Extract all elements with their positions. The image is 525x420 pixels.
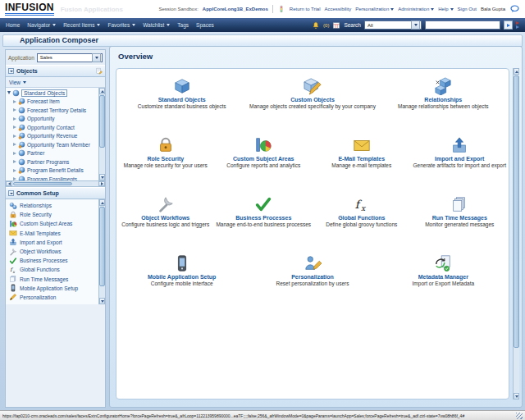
view-menu-button[interactable]: View (9, 80, 26, 85)
expand-arrow-icon[interactable] (13, 169, 16, 172)
nav-favorites[interactable]: Favorites (107, 22, 135, 28)
tile-link[interactable]: Global Functions (338, 215, 385, 221)
search-input[interactable] (425, 21, 500, 30)
tree-item[interactable]: Opportunity (6, 115, 98, 124)
help-menu[interactable]: Help (438, 7, 453, 11)
linked-globes-icon (9, 202, 17, 210)
objects-accordion-header[interactable]: Objects (6, 65, 105, 77)
setup-item-mobile-application-setup[interactable]: Mobile Application Setup (6, 284, 98, 293)
tile-link[interactable]: Custom Objects (290, 97, 335, 103)
setup-item-business-processes[interactable]: Business Processes (6, 256, 98, 265)
expand-arrow-icon[interactable] (13, 152, 16, 155)
notifications-bell-icon[interactable] (312, 21, 320, 30)
scrollbar-thumb[interactable] (13, 182, 72, 185)
tile-custom-subject-areas: Custom Subject Areas Configure reports a… (215, 136, 313, 189)
expand-arrow-icon[interactable] (13, 143, 16, 146)
tile-link[interactable]: Personalization (291, 274, 334, 280)
scroll-right-button[interactable] (98, 181, 105, 186)
tree-vertical-scrollbar[interactable] (98, 88, 105, 180)
scroll-up-button[interactable] (99, 88, 105, 94)
nav-recent-items[interactable]: Recent Items (63, 22, 100, 28)
setup-item-global-functions[interactable]: Global Functions (6, 265, 98, 274)
scroll-down-button[interactable] (99, 298, 105, 304)
accessibility-link[interactable]: Accessibility (325, 7, 352, 11)
scroll-down-button[interactable] (514, 393, 519, 399)
scroll-up-button[interactable] (514, 68, 519, 75)
setup-item-custom-subject-areas[interactable]: Custom Subject Areas (6, 219, 98, 228)
expand-arrow-icon[interactable] (13, 126, 16, 129)
tile-custom-objects: Custom Objects Manage objects created sp… (247, 77, 377, 130)
setup-item-email-templates[interactable]: E-Mail Templates (6, 229, 98, 238)
scroll-up-button[interactable] (99, 199, 105, 206)
scroll-left-button[interactable] (6, 181, 12, 186)
scrollbar-thumb[interactable] (99, 207, 105, 286)
fx-icon (353, 195, 371, 213)
tree-item[interactable]: Partner Programs (6, 158, 98, 167)
tree-item[interactable]: Opportunity Contact (6, 123, 98, 132)
tile-link[interactable]: Custom Subject Areas (233, 156, 294, 162)
setup-item-personalization[interactable]: Personalization (6, 293, 98, 302)
search-go-button[interactable] (504, 21, 513, 30)
tree-item[interactable]: Opportunity Revenue (6, 132, 98, 141)
sign-out-link[interactable]: Sign Out (458, 7, 477, 11)
nav-tags[interactable]: Tags (177, 22, 189, 28)
expand-arrow-icon[interactable] (13, 108, 16, 112)
tree-item[interactable]: Partner (6, 149, 98, 158)
setup-item-relationships[interactable]: Relationships (6, 201, 98, 210)
scroll-down-button[interactable] (99, 174, 105, 180)
select-dropdown-button[interactable] (411, 21, 420, 30)
chat-icon[interactable] (509, 4, 520, 14)
nav-navigator[interactable]: Navigator (27, 22, 56, 28)
common-setup-accordion-header[interactable]: Common Setup (6, 187, 105, 199)
worklist-grid-icon[interactable] (332, 21, 340, 30)
tree-item[interactable]: Program Enrollments (6, 175, 98, 180)
expand-arrow-icon[interactable] (13, 100, 16, 103)
setup-item-import-export[interactable]: Import and Export (6, 238, 98, 247)
setup-item-run-time-messages[interactable]: Run Time Messages (6, 275, 98, 284)
advanced-search-icon[interactable] (516, 21, 519, 29)
tree-horizontal-scrollbar[interactable] (6, 180, 105, 187)
tile-link[interactable]: Business Processes (235, 215, 291, 221)
collapse-icon[interactable] (8, 190, 14, 196)
tile-description: Import or Export Metadata (413, 281, 475, 286)
return-to-trial-link[interactable]: Return to Trial (290, 7, 321, 11)
tile-link[interactable]: Metadata Manager (418, 274, 468, 280)
setup-item-role-security[interactable]: Role Security (6, 210, 98, 219)
tile-link[interactable]: Run Time Messages (432, 215, 487, 221)
nav-spaces[interactable]: Spaces (196, 22, 214, 28)
tile-link[interactable]: E-Mail Templates (338, 156, 385, 162)
personalization-menu[interactable]: Personalization (355, 7, 394, 11)
setup-vertical-scrollbar[interactable] (98, 199, 105, 304)
sandbox-link[interactable]: ApplCoreLong1B_ExDemos (203, 7, 268, 11)
tile-link[interactable]: Role Security (147, 156, 184, 162)
new-object-icon[interactable] (95, 67, 103, 75)
scrollbar-thumb[interactable] (514, 75, 519, 348)
search-scope-select[interactable]: All (364, 21, 422, 30)
collapse-icon[interactable] (8, 68, 14, 74)
nav-home[interactable]: Home (6, 22, 20, 28)
tile-link[interactable]: Object Workflows (141, 215, 189, 221)
scrollbar-thumb[interactable] (99, 95, 105, 148)
tile-link[interactable]: Mobile Application Setup (148, 274, 216, 280)
collapse-arrow-icon[interactable] (7, 91, 11, 94)
expand-arrow-icon[interactable] (13, 177, 16, 180)
tree-item-standard-objects[interactable]: Standard Objects (6, 89, 98, 98)
tile-link[interactable]: Import and Export (435, 156, 484, 162)
tile-link[interactable]: Relationships (424, 97, 462, 103)
setup-item-object-workflows[interactable]: Object Workflows (6, 247, 98, 256)
tree-item[interactable]: Forecast Territory Details (6, 106, 98, 115)
overview-vertical-scrollbar[interactable] (513, 68, 519, 399)
tree-item[interactable]: Forecast Item (6, 98, 98, 107)
resize-grip-icon[interactable] (516, 413, 523, 419)
nav-watchlist[interactable]: Watchlist (143, 22, 170, 28)
tree-item[interactable]: Opportunity Team Member (6, 140, 98, 149)
tree-item[interactable]: Program Benefit Details (6, 167, 98, 176)
application-select[interactable]: Sales (37, 53, 103, 62)
select-dropdown-button[interactable] (92, 53, 101, 62)
expand-arrow-icon[interactable] (13, 160, 16, 163)
import-box-icon (450, 136, 468, 154)
tile-link[interactable]: Standard Objects (158, 97, 206, 103)
expand-arrow-icon[interactable] (13, 117, 16, 121)
expand-arrow-icon[interactable] (13, 135, 16, 138)
administration-menu[interactable]: Administration (398, 7, 434, 11)
